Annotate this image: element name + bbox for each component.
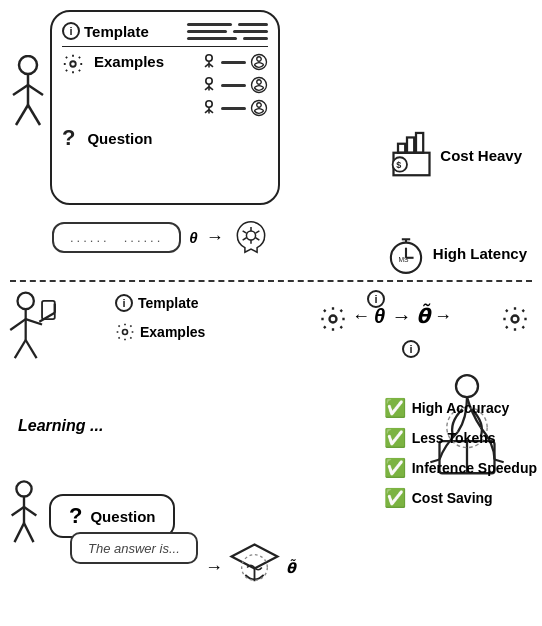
theta-bottom: θ̃ xyxy=(286,560,296,576)
benefit-cost: ✅ Cost Saving xyxy=(384,487,537,509)
template-label-bottom: Template xyxy=(138,295,198,311)
question-badge: ? xyxy=(62,127,75,149)
person-small-2 xyxy=(201,77,217,93)
svg-point-31 xyxy=(246,231,255,240)
answer-bubble: The answer is... xyxy=(70,532,198,564)
svg-point-47 xyxy=(123,330,128,335)
svg-line-46 xyxy=(26,340,37,358)
svg-line-3 xyxy=(28,85,43,95)
teacher-icon xyxy=(5,290,60,394)
svg-point-6 xyxy=(70,61,76,67)
theta-transform: θ → θ̃ xyxy=(374,304,430,328)
transform-area: i ← θ → θ̃ → i xyxy=(307,290,537,375)
svg-marker-62 xyxy=(232,545,278,569)
question-text-bottom: Question xyxy=(90,508,155,525)
svg-line-2 xyxy=(13,85,28,95)
left-arrow: ← xyxy=(352,306,370,327)
svg-point-56 xyxy=(16,481,31,496)
openai-icon-2 xyxy=(250,76,268,94)
openai-icon-big xyxy=(232,218,270,256)
svg-line-5 xyxy=(28,105,40,125)
benefit-label-1: High Accuracy xyxy=(412,400,510,416)
person-icon-top xyxy=(8,55,48,139)
arrow-right-bottom: → xyxy=(205,557,223,578)
svg-line-42 xyxy=(10,319,25,330)
learning-text: Learning ... xyxy=(18,417,103,434)
graduation-openai-icon xyxy=(227,540,282,595)
question-mark-bottom: ? xyxy=(69,503,82,529)
gear-icon-examples xyxy=(62,53,84,75)
benefit-label-4: Cost Saving xyxy=(412,490,493,506)
openai-icon-3 xyxy=(250,99,268,117)
svg-point-7 xyxy=(206,55,212,61)
bottom-labels: i Template Examples xyxy=(115,294,205,342)
right-arrow: → xyxy=(434,306,452,327)
svg-rect-20 xyxy=(398,144,405,153)
bubble-dots1: ...... xyxy=(70,230,110,245)
check-icon-3: ✅ xyxy=(384,457,406,479)
svg-point-15 xyxy=(206,101,212,107)
svg-point-0 xyxy=(19,56,37,74)
person-small-3 xyxy=(201,100,217,116)
benefit-speedup: ✅ Inference Speedup xyxy=(384,457,537,479)
top-section: i Template xyxy=(0,0,542,280)
svg-point-50 xyxy=(456,375,478,397)
svg-line-59 xyxy=(24,507,36,516)
cost-heavy-group: $ Cost Heavy xyxy=(389,130,522,180)
svg-line-60 xyxy=(15,523,25,542)
cost-heavy-icon: $ xyxy=(389,130,434,180)
high-latency-group: MS High Latency xyxy=(385,230,527,278)
template-label: Template xyxy=(84,23,149,40)
info-badge-template: i xyxy=(62,22,80,40)
svg-point-49 xyxy=(512,316,519,323)
examples-label: Examples xyxy=(94,53,164,70)
gear-icon-bottom xyxy=(115,322,135,342)
svg-line-36 xyxy=(242,238,246,240)
theta-symbol: θ xyxy=(189,229,197,246)
high-latency-label: High Latency xyxy=(433,245,527,262)
svg-text:MS: MS xyxy=(398,256,409,263)
arrow-right: → xyxy=(206,227,224,248)
svg-point-11 xyxy=(206,78,212,84)
svg-line-34 xyxy=(255,238,259,240)
examples-label-bottom: Examples xyxy=(140,324,205,340)
info-badge-template-b: i xyxy=(115,294,133,312)
svg-rect-22 xyxy=(416,133,423,153)
bubble-dots2: ...... xyxy=(124,230,164,245)
learning-text-container: Learning ... xyxy=(18,417,103,435)
openai-icon-1 xyxy=(250,53,268,71)
person-icon-bottom xyxy=(5,480,43,552)
bottom-arrow-theta: → θ̃ xyxy=(205,540,296,595)
svg-point-48 xyxy=(330,316,337,323)
stopwatch-icon: MS xyxy=(385,230,427,278)
benefits-list: ✅ High Accuracy ✅ Less Tokens ✅ Inferenc… xyxy=(384,397,537,509)
info-badge-transform-bottom: i xyxy=(402,340,420,358)
svg-line-4 xyxy=(16,105,28,125)
person-small-1 xyxy=(201,54,217,70)
benefit-accuracy: ✅ High Accuracy xyxy=(384,397,537,419)
bottom-section: i Template Examples i ← θ xyxy=(0,282,542,626)
svg-line-45 xyxy=(15,340,26,358)
template-box: i Template xyxy=(50,10,280,205)
check-icon-1: ✅ xyxy=(384,397,406,419)
benefit-label-2: Less Tokens xyxy=(412,430,496,446)
svg-rect-21 xyxy=(407,137,414,152)
diagram: i Template xyxy=(0,0,542,626)
benefit-tokens: ✅ Less Tokens xyxy=(384,427,537,449)
svg-point-40 xyxy=(18,293,34,309)
answer-text: The answer is... xyxy=(88,541,180,556)
cost-heavy-label: Cost Heavy xyxy=(440,147,522,164)
answer-bubble-inner: The answer is... xyxy=(70,532,198,564)
benefit-label-3: Inference Speedup xyxy=(412,460,537,476)
gear-left xyxy=(319,305,347,333)
svg-line-58 xyxy=(12,507,24,516)
gear-right xyxy=(501,305,529,333)
question-label: Question xyxy=(87,130,152,147)
chat-bubble-area: ...... ...... θ → xyxy=(52,218,270,256)
svg-line-37 xyxy=(242,231,246,233)
check-icon-2: ✅ xyxy=(384,427,406,449)
svg-text:$: $ xyxy=(396,160,401,170)
svg-line-61 xyxy=(24,523,34,542)
check-icon-4: ✅ xyxy=(384,487,406,509)
svg-line-33 xyxy=(255,231,259,233)
